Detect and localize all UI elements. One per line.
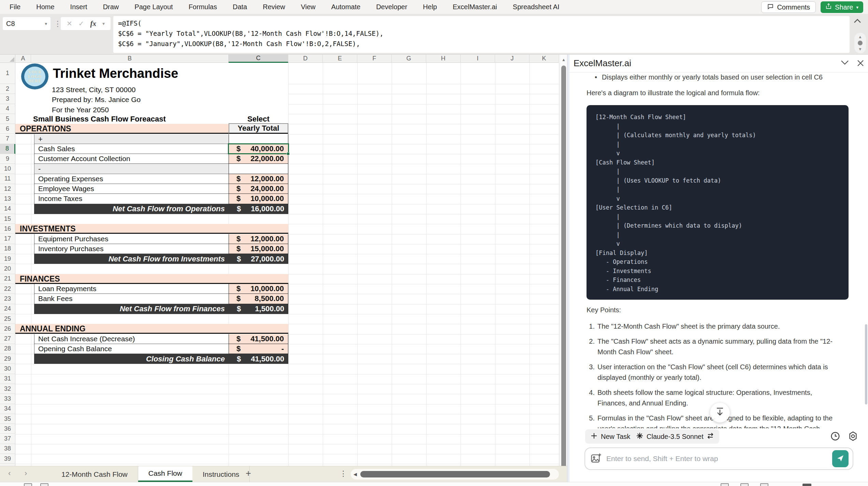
menu-item-review[interactable]: Review xyxy=(263,3,285,11)
section-title-cell[interactable]: INVESTMENTS xyxy=(20,224,76,234)
menu-item-view[interactable]: View xyxy=(301,3,316,11)
row-header-32[interactable]: 32 xyxy=(0,384,15,394)
row-header-4[interactable]: 4 xyxy=(0,104,15,114)
chat-message-input[interactable] xyxy=(606,455,832,463)
cancel-entry-icon[interactable]: ✕ xyxy=(67,19,72,28)
row-header-30[interactable]: 30 xyxy=(0,364,15,374)
row-header-26[interactable]: 26 xyxy=(0,324,15,334)
spreadsheet-grid[interactable]: ABCDEFGHIJK12345678910111213141516171819… xyxy=(0,55,560,466)
panel-collapse-chevron-icon[interactable] xyxy=(840,59,849,67)
column-header-b[interactable]: B xyxy=(31,55,229,63)
model-selector-button[interactable]: Claude-3.5 Sonnet xyxy=(631,429,719,444)
item-label-cell[interactable]: Opening Cash Balance xyxy=(34,344,229,354)
item-value-cell[interactable]: $12,000.00 xyxy=(229,234,288,244)
scroll-up-icon[interactable]: ▲ xyxy=(858,35,862,39)
add-sheet-button[interactable]: + xyxy=(246,468,251,479)
menu-item-help[interactable]: Help xyxy=(423,3,437,11)
selection-fill-handle[interactable] xyxy=(287,152,290,155)
item-label-cell[interactable]: Cash Sales xyxy=(34,144,229,154)
view-page-layout-icon[interactable] xyxy=(740,483,749,486)
menu-item-draw[interactable]: Draw xyxy=(103,3,119,11)
view-normal-icon[interactable] xyxy=(721,483,729,486)
row-header-31[interactable]: 31 xyxy=(0,374,15,384)
row-header-28[interactable]: 28 xyxy=(0,344,15,354)
item-label-cell[interactable]: Income Taxes xyxy=(34,194,229,204)
section-title-cell[interactable]: OPERATIONS xyxy=(20,124,71,134)
grid-vscroll-thumb[interactable] xyxy=(561,66,566,486)
menu-item-automate[interactable]: Automate xyxy=(331,3,361,11)
row-header-33[interactable]: 33 xyxy=(0,394,15,404)
new-task-button[interactable]: New Task xyxy=(585,429,636,444)
column-header-h[interactable]: H xyxy=(426,55,461,63)
item-label-cell[interactable]: Customer Account Collection xyxy=(34,154,229,164)
row-header-16[interactable]: 16 xyxy=(0,224,15,234)
comments-button[interactable]: Comments xyxy=(761,1,816,13)
attach-image-icon[interactable] xyxy=(591,453,602,465)
item-label-cell[interactable]: Inventory Purchases xyxy=(34,244,229,254)
column-header-f[interactable]: F xyxy=(357,55,392,63)
menu-item-data[interactable]: Data xyxy=(233,3,247,11)
item-label-cell[interactable]: Net Cash Increase (Decrease) xyxy=(34,334,229,344)
section-title-cell[interactable]: ANNUAL ENDING xyxy=(20,324,86,334)
item-value-cell[interactable]: $8,500.00 xyxy=(229,294,288,304)
row-header-20[interactable]: 20 xyxy=(0,264,15,274)
scroll-to-bottom-button[interactable] xyxy=(710,403,730,423)
row-header-22[interactable]: 22 xyxy=(0,284,15,294)
row-header-34[interactable]: 34 xyxy=(0,404,15,414)
row-header-11[interactable]: 11 xyxy=(0,174,15,184)
menu-item-home[interactable]: Home xyxy=(36,3,54,11)
column-header-j[interactable]: J xyxy=(495,55,530,63)
scroll-down-icon[interactable]: ▼ xyxy=(858,47,862,51)
row-header-29[interactable]: 29 xyxy=(0,354,15,364)
row-header-17[interactable]: 17 xyxy=(0,234,15,244)
view-page-break-icon[interactable] xyxy=(760,483,768,486)
menu-item-excelmaster-ai[interactable]: ExcelMaster.ai xyxy=(453,3,497,11)
empty-value-cell[interactable] xyxy=(229,164,288,174)
row-header-10[interactable]: 10 xyxy=(0,164,15,174)
row-header-21[interactable]: 21 xyxy=(0,274,15,284)
row-header-39[interactable]: 39 xyxy=(0,454,15,464)
column-header-e[interactable]: E xyxy=(323,55,357,63)
menu-item-formulas[interactable]: Formulas xyxy=(189,3,217,11)
item-value-cell[interactable]: $24,000.00 xyxy=(229,184,288,194)
item-value-cell[interactable]: $40,000.00 xyxy=(229,144,288,154)
empty-value-cell[interactable] xyxy=(229,134,288,144)
menu-item-developer[interactable]: Developer xyxy=(376,3,407,11)
item-label-cell[interactable]: Loan Repayments xyxy=(34,284,229,294)
tab-cash-flow[interactable]: Cash Flow xyxy=(138,466,192,482)
row-header-3[interactable]: 3 xyxy=(0,94,15,104)
item-value-cell[interactable]: $15,000.00 xyxy=(229,244,288,254)
item-label-cell[interactable]: Bank Fees xyxy=(34,294,229,304)
row-header-7[interactable]: 7 xyxy=(0,134,15,144)
hscroll-left-icon[interactable]: ◀ xyxy=(353,472,357,477)
sheet-text-cell[interactable]: Prepared by: Ms. Janice Go xyxy=(52,95,141,104)
item-value-cell[interactable]: $10,000.00 xyxy=(229,284,288,294)
name-box[interactable]: C8 ▾ xyxy=(3,17,50,30)
column-header-c[interactable]: C xyxy=(229,55,288,63)
tabs-next-chevron-icon[interactable]: › xyxy=(25,469,27,478)
sheet-heading-cell[interactable]: Small Business Cash Flow Foreacast xyxy=(33,114,166,124)
row-header-15[interactable]: 15 xyxy=(0,214,15,224)
tabs-prev-chevron-icon[interactable]: ‹ xyxy=(8,469,11,478)
row-header-35[interactable]: 35 xyxy=(0,414,15,424)
grid-vertical-scrollbar[interactable]: ▲ ▼ xyxy=(560,55,567,466)
hscroll-thumb[interactable] xyxy=(360,471,550,477)
row-header-36[interactable]: 36 xyxy=(0,424,15,434)
column-header-i[interactable]: I xyxy=(461,55,495,63)
row-header-37[interactable]: 37 xyxy=(0,434,15,444)
item-value-cell[interactable]: $41,500.00 xyxy=(229,334,288,344)
settings-icon[interactable] xyxy=(848,431,858,443)
tab-overflow-menu-icon[interactable]: ⋮ xyxy=(339,469,347,478)
item-label-cell[interactable]: Employee Wages xyxy=(34,184,229,194)
row-header-27[interactable]: 27 xyxy=(0,334,15,344)
status-icon-left-1[interactable] xyxy=(24,483,32,486)
scroll-thumb[interactable] xyxy=(858,41,863,45)
menu-item-spreadsheet-ai[interactable]: Spreadsheet AI xyxy=(513,3,560,11)
formula-bar-collapse-chevron[interactable] xyxy=(854,18,861,25)
share-button[interactable]: Share ▾ xyxy=(821,1,863,13)
company-title-cell[interactable]: Trinket Merchandise xyxy=(53,66,178,81)
tab-12-month-cash-flow[interactable]: 12-Month Cash Flow xyxy=(51,466,138,482)
item-value-cell[interactable]: $12,000.00 xyxy=(229,174,288,184)
column-header-g[interactable]: G xyxy=(392,55,426,63)
panel-scrollbar-thumb[interactable] xyxy=(865,324,867,404)
